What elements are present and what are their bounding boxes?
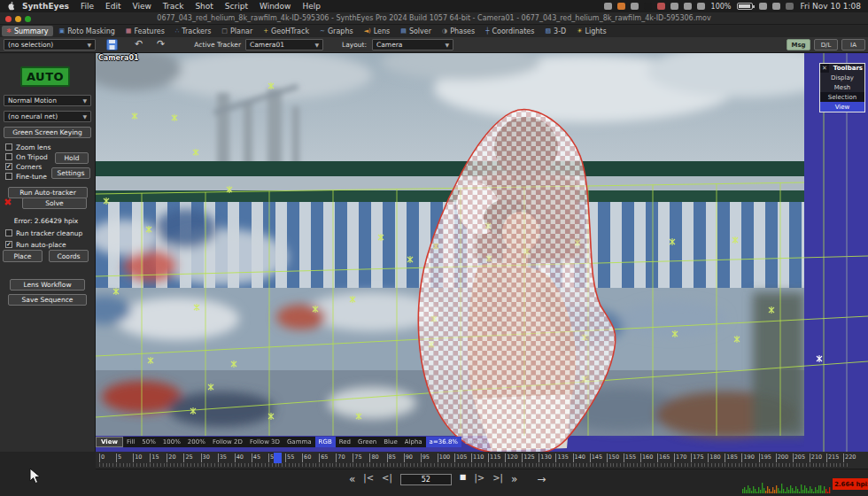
tab-lens[interactable]: ◄)Lens (360, 26, 395, 36)
save-sequence-button[interactable]: Save Sequence (8, 294, 87, 306)
checkbox-run-tracker-cleanup[interactable]: Run tracker cleanup (5, 229, 82, 237)
viewport-scene[interactable] (96, 53, 868, 452)
play-button[interactable]: |> (474, 473, 484, 485)
tab-lights[interactable]: ☀Lights (572, 26, 610, 36)
viewbar-a-36-8[interactable]: a=36.8% (426, 437, 461, 447)
save-icon[interactable] (106, 39, 118, 50)
checkbox-unchecked[interactable] (5, 229, 12, 236)
checkbox-fine-tune[interactable]: Fine-tune (5, 172, 47, 181)
menubar-clock[interactable]: Fri Nov 10 1:08 (800, 2, 861, 11)
tab-planar[interactable]: □Planar (217, 26, 257, 36)
viewbar-green[interactable]: Green (354, 437, 380, 447)
viewbar-follow-3d[interactable]: Follow 3D (246, 437, 283, 447)
viewbar-blue[interactable]: Blue (380, 437, 401, 447)
settings-button[interactable]: Settings (51, 167, 90, 179)
checkbox-run-auto-place[interactable]: ✓Run auto-place (5, 240, 66, 249)
view-menu-button[interactable]: View (96, 437, 123, 447)
close-window-button[interactable] (5, 16, 12, 22)
display-capture-icon[interactable] (631, 3, 639, 10)
checkbox-corners[interactable]: ✓Corners (5, 162, 42, 171)
menu-file[interactable]: File (81, 2, 94, 11)
checkbox-unchecked[interactable] (5, 173, 12, 180)
current-frame-marker[interactable] (274, 453, 282, 463)
ia-button[interactable]: IA (841, 39, 865, 50)
checkbox-checked[interactable]: ✓ (5, 241, 12, 248)
prev-frame-button[interactable]: <| (382, 473, 392, 485)
tab-features[interactable]: ▦Features (121, 26, 169, 36)
next-keyframe-button[interactable]: >| (492, 473, 503, 485)
bluetooth-icon[interactable] (670, 3, 678, 10)
viewbar-expose[interactable]: Expose (461, 437, 491, 447)
viewbar-red[interactable]: Red (336, 437, 354, 447)
terminal-icon[interactable] (644, 3, 652, 10)
menu-syntheyes[interactable]: SynthEyes (22, 2, 69, 11)
place-button[interactable]: Place (3, 250, 43, 262)
screen-mirroring-icon[interactable] (786, 3, 794, 10)
active-tracker-host-dropdown[interactable]: Camera01▼ (245, 39, 323, 50)
viewbar-follow-2d[interactable]: Follow 2D (209, 437, 246, 447)
tab-summary[interactable]: ✱Summary (2, 26, 53, 36)
tab-geohtrack[interactable]: +GeoHTrack (259, 26, 314, 36)
d-l-button[interactable]: D/L (814, 39, 838, 50)
solve-button[interactable]: Solve (22, 198, 87, 209)
toolbars-item-mesh[interactable]: Mesh (820, 82, 864, 92)
volume-icon[interactable] (684, 3, 692, 10)
menu-view[interactable]: View (132, 2, 151, 11)
tab-trackers[interactable]: ∴Trackers (171, 26, 216, 36)
checkbox-on-tripod[interactable]: On Tripod (5, 152, 48, 161)
checkbox-unchecked[interactable] (5, 143, 12, 151)
selection-dropdown[interactable]: (no selection)▼ (4, 39, 96, 50)
tab-solver[interactable]: ▤Solver (396, 26, 436, 36)
menu-track[interactable]: Track (163, 2, 184, 11)
motion-type-dropdown[interactable]: Normal Motion▼ (4, 95, 91, 106)
checkbox-unchecked[interactable] (5, 153, 12, 160)
playback-icon[interactable] (697, 3, 705, 10)
menu-window[interactable]: Window (260, 2, 291, 11)
lens-workflow-button[interactable]: Lens Workflow (10, 279, 85, 291)
go-end-button[interactable]: » (511, 473, 517, 485)
settings-icon[interactable] (657, 3, 665, 10)
camera-viewport[interactable]: Camera01 ✕ Toolbars DisplayMeshSelection… (96, 53, 868, 452)
viewbar-200[interactable]: 200% (184, 437, 209, 447)
viewbar-rgb[interactable]: RGB (315, 437, 336, 447)
update-icon[interactable] (759, 3, 767, 10)
toolbars-item-view[interactable]: View (820, 102, 864, 112)
apple-logo-icon[interactable] (7, 2, 15, 11)
neural-net-dropdown[interactable]: (no neural net)▼ (4, 111, 91, 122)
tab-roto-masking[interactable]: ▣Roto Masking (55, 26, 120, 36)
viewbar-gamma[interactable]: Gamma (283, 437, 315, 447)
menu-help[interactable]: Help (302, 2, 321, 11)
prev-keyframe-button[interactable]: |< (363, 473, 374, 485)
menu-edit[interactable]: Edit (105, 2, 120, 11)
msg-button[interactable]: Msg (787, 39, 810, 50)
jump-arrow-button[interactable]: → (537, 473, 546, 485)
tab-phases[interactable]: ◑Phases (438, 26, 479, 36)
menu-shot[interactable]: Shot (195, 2, 213, 11)
wifi-icon[interactable] (772, 3, 780, 10)
menu-script[interactable]: Script (225, 2, 248, 11)
redo-icon[interactable]: ↷ (157, 38, 165, 50)
app-icon[interactable] (617, 3, 625, 10)
auto-button[interactable]: AUTO (20, 66, 70, 87)
tab-3-d[interactable]: ▧3-D (540, 26, 570, 36)
close-icon[interactable]: ✕ (820, 64, 829, 73)
zoom-window-button[interactable] (25, 16, 31, 22)
checkbox-checked[interactable]: ✓ (5, 163, 12, 170)
delete-solve-icon[interactable]: ✖ (4, 197, 12, 208)
minimize-window-button[interactable] (15, 16, 21, 22)
viewbar-50[interactable]: 50% (138, 437, 159, 447)
viewbar-fill[interactable]: Fill (123, 437, 138, 447)
layout-dropdown[interactable]: Camera▼ (372, 39, 453, 50)
stop-button[interactable]: ■ (460, 473, 467, 485)
toolbars-item-display[interactable]: Display (820, 73, 864, 82)
hold-button[interactable]: Hold (55, 152, 89, 164)
tab-coordinates[interactable]: ┼Coordinates (481, 26, 539, 36)
checkbox-zoom-lens[interactable]: Zoom lens (5, 143, 50, 151)
coords-button[interactable]: Coords (49, 250, 89, 262)
viewbar-alpha[interactable]: Alpha (401, 437, 426, 447)
go-start-button[interactable]: « (349, 473, 355, 485)
toolbars-item-selection[interactable]: Selection (820, 92, 864, 102)
input-source-icon[interactable] (604, 3, 612, 10)
green-screen-keying-button[interactable]: Green Screen Keying (4, 127, 91, 138)
tab-graphs[interactable]: ~Graphs (315, 26, 358, 36)
